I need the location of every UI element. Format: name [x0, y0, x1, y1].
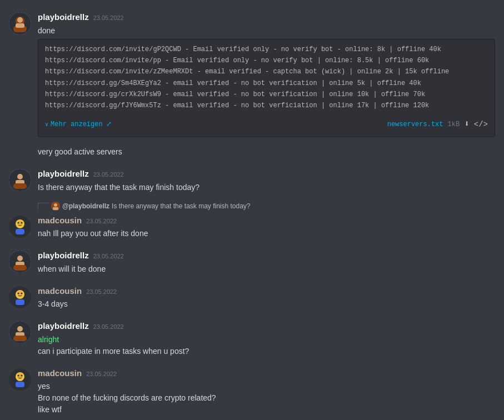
message-group: madcousin 23.05.2022 nah Ill pay you out… [9, 212, 495, 242]
message-group: madcousin 23.05.2022 yes Bro none of the… [9, 365, 495, 418]
svg-point-27 [21, 292, 23, 294]
svg-rect-15 [16, 229, 24, 234]
message-text-line1: alright [38, 334, 495, 346]
svg-point-29 [17, 326, 23, 332]
svg-rect-8 [13, 183, 27, 189]
message-text-wtf: like wtf [38, 404, 495, 416]
username: playboidrellz [38, 320, 89, 333]
avatar [9, 321, 31, 343]
code-line: https://discord.gg/crXk2UfsW9 - email ve… [45, 89, 488, 100]
svg-point-6 [17, 174, 23, 179]
svg-rect-31 [13, 336, 27, 341]
message-header: madcousin 23.05.2022 [38, 367, 495, 380]
message-group: madcousin 23.05.2022 3-4 days [9, 283, 495, 313]
username: madcousin [38, 214, 82, 227]
timestamp: 23.05.2022 [93, 322, 124, 332]
code-line: https://discord.gg/fJY6Wmx5Tz - email ve… [45, 100, 488, 111]
message-content: madcousin 23.05.2022 3-4 days [38, 285, 495, 311]
message-text: nah Ill pay you out after its done [38, 228, 495, 239]
alright-text: alright [38, 335, 59, 344]
mehr-anzeigen-label: Mehr anzeigen [51, 119, 103, 130]
message-group: playboidrellz 23.05.2022 done https://di… [9, 9, 495, 143]
message-header: playboidrellz 23.05.2022 [38, 249, 495, 262]
download-icon[interactable]: ⬇ [464, 117, 470, 132]
timestamp: 23.05.2022 [86, 217, 117, 226]
reply-username: @playboidrellz [62, 201, 109, 211]
mehr-anzeigen-button[interactable]: ∨ Mehr anzeigen ⤢ [45, 119, 112, 130]
message-header: madcousin 23.05.2022 [38, 214, 495, 227]
code-line: https://discord.gg/Sm4BXEgYa2 - email ve… [45, 78, 488, 89]
reply-row: @playboidrellz Is there anyway that the … [9, 201, 495, 211]
svg-rect-4 [16, 23, 24, 28]
timestamp: 23.05.2022 [86, 287, 117, 297]
message-header: madcousin 23.05.2022 [38, 285, 495, 298]
username: madcousin [38, 367, 82, 380]
code-block: https://discord.com/invite/gP2QCWD - Ema… [38, 39, 495, 138]
reply-text: Is there anyway that the task may finish… [112, 201, 250, 211]
message-group: playboidrellz 23.05.2022 alright can i p… [9, 318, 495, 359]
message-text-line2: can i participate in more tasks when u p… [38, 346, 495, 357]
svg-rect-35 [16, 382, 24, 387]
svg-point-10 [54, 203, 57, 207]
svg-point-3 [17, 17, 23, 23]
message-text-crypto: Bro none of the fucking discords are cry… [38, 392, 495, 404]
message-header: playboidrellz 23.05.2022 [38, 168, 495, 181]
message-with-reply: @playboidrellz Is there anyway that the … [9, 201, 495, 244]
username: madcousin [38, 285, 82, 298]
timestamp: 23.05.2022 [93, 13, 124, 23]
code-line: https://discord.com/invite/pp - Email ve… [45, 55, 488, 66]
avatar [9, 286, 31, 308]
avatar [9, 251, 31, 273]
timestamp: 23.05.2022 [93, 252, 124, 261]
expand-icon: ⤢ [106, 119, 112, 130]
standalone-message-text: very good active servers [9, 145, 495, 159]
username: playboidrellz [38, 249, 89, 262]
reply-avatar [51, 202, 60, 211]
svg-point-17 [21, 222, 23, 223]
message-content: playboidrellz 23.05.2022 Is there anyway… [38, 168, 495, 193]
avatar [9, 169, 31, 191]
svg-point-36 [18, 374, 19, 376]
message-text: 3-4 days [38, 298, 495, 310]
svg-point-16 [18, 222, 19, 223]
message-content: playboidrellz 23.05.2022 done https://di… [38, 11, 495, 141]
code-block-footer: ∨ Mehr anzeigen ⤢ newservers.txt 1kB ⬇ <… [45, 115, 488, 132]
svg-rect-25 [16, 299, 24, 305]
message-header: playboidrellz 23.05.2022 [38, 11, 495, 24]
reply-line-icon [38, 203, 49, 209]
message-text: Is there anyway that the task may finish… [38, 182, 495, 193]
code-line: https://discord.com/invite/gP2QCWD - Ema… [45, 44, 488, 55]
messages-container: playboidrellz 23.05.2022 done https://di… [0, 0, 504, 420]
timestamp: 23.05.2022 [86, 369, 117, 379]
avatar [9, 216, 31, 238]
message-group: playboidrellz 23.05.2022 when will it be… [9, 247, 495, 277]
message-content: playboidrellz 23.05.2022 alright can i p… [38, 320, 495, 357]
svg-rect-21 [13, 265, 27, 271]
file-name: newservers.txt [387, 119, 443, 130]
file-actions: newservers.txt 1kB ⬇ </> [387, 117, 488, 132]
message-content: playboidrellz 23.05.2022 when will it be… [38, 249, 495, 275]
message-content: madcousin 23.05.2022 yes Bro none of the… [38, 367, 495, 416]
username: playboidrellz [38, 11, 89, 24]
username: playboidrellz [38, 168, 89, 181]
message-text-yes: yes [38, 381, 495, 392]
message-text: when will it be done [38, 263, 495, 275]
message-group: playboidrellz 23.05.2022 Is there anyway… [9, 166, 495, 196]
code-icon[interactable]: </> [474, 118, 488, 132]
svg-point-37 [21, 374, 23, 376]
avatar [9, 368, 31, 391]
svg-point-26 [18, 292, 19, 294]
file-size: 1kB [448, 119, 460, 130]
avatar [9, 12, 31, 34]
svg-rect-11 [53, 207, 58, 210]
message-text: done [38, 25, 495, 37]
code-line: https://discord.com/invite/zZMeeMRXDt - … [45, 66, 488, 77]
svg-point-19 [17, 256, 23, 261]
timestamp: 23.05.2022 [93, 170, 124, 179]
message-content: madcousin 23.05.2022 nah Ill pay you out… [38, 214, 495, 240]
message-header: playboidrellz 23.05.2022 [38, 320, 495, 333]
chevron-down-icon: ∨ [45, 120, 48, 129]
